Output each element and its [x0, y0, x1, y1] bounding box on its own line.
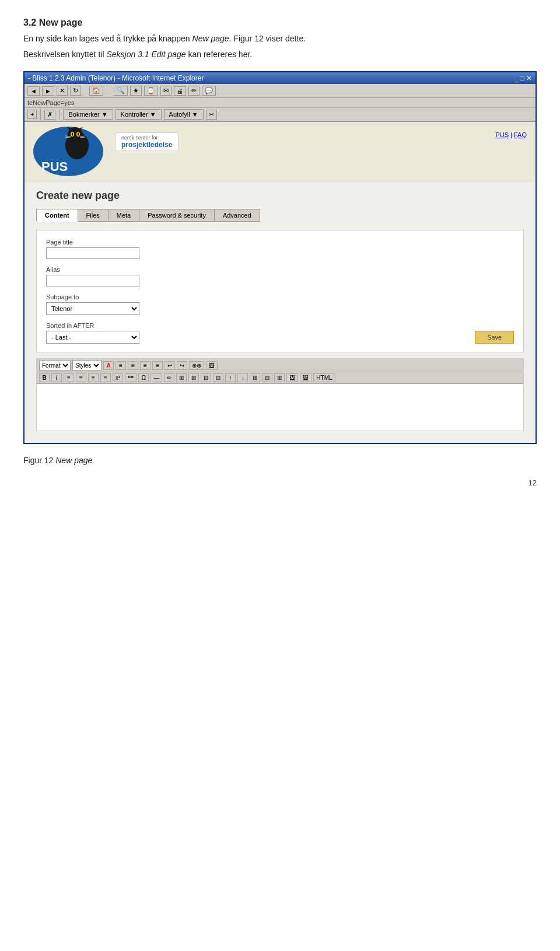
bookmarks-button[interactable]: Bokmerker ▼ — [63, 109, 113, 120]
font-color-button[interactable]: A — [103, 361, 114, 370]
page-title: Create new page — [36, 190, 524, 202]
para2-end: kan refereres her. — [186, 50, 253, 59]
home-button[interactable]: 🏠 — [89, 86, 103, 96]
up-button[interactable]: ↑ — [225, 373, 236, 382]
nav-bar: + ✗ Bokmerker ▼ Kontroller ▼ Autofyll ▼ … — [24, 108, 536, 122]
link-button[interactable]: ⊕⊕ — [189, 361, 204, 370]
header-links: PUS | FAQ — [495, 127, 527, 138]
tab-content[interactable]: Content — [36, 209, 78, 222]
page-title-label: Page title — [46, 239, 514, 246]
alias-group: Alias — [46, 266, 514, 286]
kontroller-button[interactable]: Kontroller ▼ — [116, 109, 162, 120]
figure-caption-text: Figur 12 — [23, 456, 55, 465]
svg-point-8 — [78, 132, 79, 136]
search-button[interactable]: 🔍 — [114, 86, 128, 96]
bold-button[interactable]: B — [39, 373, 50, 382]
svg-text:PUS: PUS — [41, 159, 68, 174]
history-button[interactable]: ⌚ — [144, 86, 158, 96]
tab-advanced[interactable]: Advanced — [214, 209, 260, 222]
nav-separator-2 — [59, 109, 60, 120]
autofyll-button[interactable]: Autofyll ▼ — [164, 109, 204, 120]
browser-content: PUS norsk senter for prosjektledelse PUS… — [24, 122, 536, 443]
section-heading: 3.2 New page — [23, 18, 537, 28]
redo-button[interactable]: ↪ — [177, 361, 187, 370]
faq-link[interactable]: FAQ — [514, 131, 527, 138]
new-button[interactable]: + — [27, 110, 37, 119]
format-select[interactable]: Format — [39, 360, 71, 370]
bullet-list-button[interactable]: ≡ — [116, 361, 126, 370]
special-char-button[interactable]: Ω — [138, 373, 149, 382]
hr-button[interactable]: — — [150, 373, 162, 382]
image-button[interactable]: 🖼 — [206, 361, 218, 370]
table-btn3[interactable]: ⊟ — [201, 373, 211, 382]
para1-text: En ny side kan lages ved å trykke på kna… — [23, 34, 192, 43]
table-btn2[interactable]: ⊞ — [188, 373, 199, 382]
alias-input[interactable] — [46, 275, 139, 286]
editor-toolbar-2: B I ≡ ≡ ≡ ≡ x² ❝❝ Ω — ✏ ⊞ ⊞ ⊟ ⊟ ↑ ↓ — [37, 372, 523, 384]
refresh-button[interactable]: ↻ — [70, 86, 81, 96]
pus-logo: PUS — [33, 127, 103, 176]
stop-button[interactable]: ✕ — [57, 86, 68, 96]
browser-toolbar: ◄ ► ✕ ↻ 🏠 🔍 ★ ⌚ ✉ 🖨 ✏ 💬 — [24, 84, 536, 98]
page-title-group: Page title — [46, 239, 514, 259]
undo-button[interactable]: ↩ — [164, 361, 175, 370]
nav-separator-1 — [40, 109, 41, 120]
pus-link[interactable]: PUS — [495, 131, 509, 138]
back-button[interactable]: ◄ — [27, 86, 40, 96]
outdent-button[interactable]: ≡ — [152, 361, 163, 370]
media-btn1[interactable]: 🖼 — [286, 373, 298, 382]
subpage-select[interactable]: Telenor — [46, 302, 139, 315]
pus-logo-svg: PUS — [33, 127, 103, 176]
table-btn5[interactable]: ⊞ — [250, 373, 260, 382]
align-left-button[interactable]: ≡ — [64, 373, 74, 382]
prosjekt-logo-box: norsk senter for prosjektledelse — [115, 132, 178, 151]
tab-password-security[interactable]: Password & security — [139, 209, 214, 222]
table-btn6[interactable]: ⊟ — [262, 373, 272, 382]
edit-button[interactable]: ✏ — [188, 86, 200, 96]
table-btn7[interactable]: ⊞ — [274, 373, 285, 382]
discuss-button[interactable]: 💬 — [202, 86, 216, 96]
sorted-label: Sorted in AFTER — [46, 322, 139, 329]
save-button[interactable]: Save — [475, 331, 514, 344]
figure-caption-em: New page — [55, 456, 92, 465]
address-bar-row: teNewPage=yes — [24, 98, 536, 108]
media-btn2[interactable]: 🖼 — [300, 373, 312, 382]
subpage-label: Subpage to — [46, 293, 514, 300]
paragraph-2: Beskrivelsen knyttet til Seksjon 3.1 Edi… — [23, 48, 537, 61]
table-btn4[interactable]: ⊟ — [213, 373, 223, 382]
down-button[interactable]: ↓ — [237, 373, 248, 382]
styles-select[interactable]: Styles — [72, 360, 102, 370]
tab-meta[interactable]: Meta — [108, 209, 139, 222]
page-number: 12 — [23, 478, 537, 487]
sorted-row: Sorted in AFTER - Last - Save — [46, 322, 514, 344]
site-header: PUS norsk senter for prosjektledelse PUS… — [24, 122, 536, 181]
print-button[interactable]: 🖨 — [174, 86, 186, 96]
forward-button[interactable]: ► — [42, 86, 54, 96]
align-right-button[interactable]: ≡ — [88, 373, 99, 382]
figure-caption: Figur 12 New page — [23, 454, 537, 467]
italic-button[interactable]: I — [51, 373, 62, 382]
browser-titlebar: - Bliss 1.2.3 Admin (Telenor) - Microsof… — [24, 72, 536, 84]
mail-button[interactable]: ✉ — [160, 86, 172, 96]
blockquote-button[interactable]: ❝❝ — [125, 373, 136, 382]
prosjekt-logo: norsk senter for prosjektledelse — [115, 127, 495, 153]
page-title-input[interactable] — [46, 247, 139, 259]
subpage-group: Subpage to Telenor — [46, 293, 514, 315]
favorites-button[interactable]: ★ — [130, 86, 142, 96]
delete-button[interactable]: ✗ — [44, 110, 55, 120]
para2-em: Seksjon 3.1 Edit page — [106, 50, 186, 59]
numbered-list-button[interactable]: ≡ — [128, 361, 138, 370]
table-btn1[interactable]: ⊞ — [176, 373, 187, 382]
tab-files[interactable]: Files — [78, 209, 108, 222]
scissors-button[interactable]: ✂ — [206, 110, 217, 120]
align-center-button[interactable]: ≡ — [76, 373, 86, 382]
justify-button[interactable]: ≡ — [100, 373, 111, 382]
para1-em: New page — [192, 34, 229, 43]
html-button[interactable]: HTML — [313, 373, 335, 382]
edit2-button[interactable]: ✏ — [164, 373, 174, 382]
alias-label: Alias — [46, 266, 514, 273]
superscript-button[interactable]: x² — [113, 373, 123, 382]
sorted-select[interactable]: - Last - — [46, 331, 139, 344]
indent-button[interactable]: ≡ — [140, 361, 150, 370]
editor-body[interactable] — [37, 384, 523, 431]
